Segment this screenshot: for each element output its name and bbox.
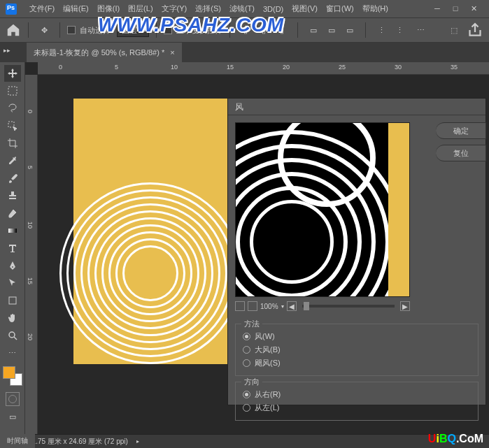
lasso-tool[interactable]: [4, 100, 21, 117]
menu-layer[interactable]: 图层(L): [124, 3, 157, 14]
eraser-tool[interactable]: [4, 205, 21, 222]
shape-tool[interactable]: [4, 292, 21, 309]
direction-group: 方向 从右(R) 从左(L): [235, 382, 479, 421]
stamp-tool[interactable]: [4, 187, 21, 204]
hand-tool[interactable]: [4, 310, 21, 326]
wind-filter-dialog: 风 确定 复位 100% ▾ ◀: [227, 98, 486, 405]
gradient-tool[interactable]: [4, 222, 21, 239]
quick-select-tool[interactable]: [4, 117, 21, 134]
uibq-watermark: UiBQ.CoM: [428, 433, 483, 445]
svg-rect-2: [8, 229, 17, 233]
method-stagger-radio[interactable]: 飓风(S): [243, 356, 471, 370]
menu-select[interactable]: 选择(S): [191, 3, 225, 14]
menu-filter[interactable]: 滤镜(T): [225, 3, 259, 14]
direction-legend: 方向: [241, 377, 262, 387]
align-bottom-icon[interactable]: ▭: [341, 22, 358, 38]
method-wind-radio[interactable]: 风(W): [243, 330, 471, 343]
type-tool[interactable]: [4, 240, 21, 256]
ok-button[interactable]: 确定: [436, 122, 486, 139]
distribute-h-icon[interactable]: ⋮: [373, 22, 390, 38]
move-tool[interactable]: [4, 65, 21, 82]
expand-panel-icon[interactable]: ▸▸: [1, 46, 13, 55]
artboard[interactable]: [73, 99, 241, 364]
menu-file[interactable]: 文件(F): [25, 3, 59, 14]
zoom-value: 100%: [260, 303, 278, 310]
home-icon[interactable]: [6, 22, 21, 38]
tools-panel: ⋯ ▭: [0, 62, 25, 434]
menu-help[interactable]: 帮助(H): [358, 3, 392, 14]
method-blast-radio[interactable]: 大风(B): [243, 343, 471, 356]
menu-type[interactable]: 文字(Y): [157, 3, 192, 14]
edit-toolbar-icon[interactable]: ⋯: [4, 345, 21, 361]
align-top-icon[interactable]: ▭: [305, 22, 322, 38]
reset-button[interactable]: 复位: [436, 145, 486, 161]
align-middle-icon[interactable]: ▭: [323, 22, 340, 38]
timeline-panel-tab[interactable]: 时间轴: [0, 434, 35, 448]
close-icon[interactable]: ✕: [469, 4, 478, 13]
document-info[interactable]: 31.75 厘米 x 24.69 厘米 (72 ppi): [28, 437, 128, 447]
dialog-title[interactable]: 风: [228, 99, 486, 115]
distribute-v-icon[interactable]: ⋮: [391, 22, 408, 38]
direction-left-radio[interactable]: 从左(L): [243, 401, 471, 414]
svg-rect-3: [9, 297, 16, 304]
minimize-icon[interactable]: ─: [433, 4, 441, 13]
zoom-out-minus-icon[interactable]: ◀: [287, 301, 297, 311]
tab-close-icon[interactable]: ×: [170, 48, 174, 57]
menu-window[interactable]: 窗口(W): [322, 3, 358, 14]
document-tab-bar: 未标题-1-恢复的 @ 50% (s, RGB/8#) * ×: [0, 43, 489, 62]
status-bar: 50% 31.75 厘米 x 24.69 厘米 (72 ppi) ▸: [0, 434, 489, 448]
svg-point-4: [9, 332, 15, 338]
menu-3d[interactable]: 3D(D): [259, 5, 288, 13]
path-select-tool[interactable]: [4, 275, 21, 291]
crop-tool[interactable]: [4, 135, 21, 152]
watermark-text: WWW.PSAHZ.COM: [98, 14, 284, 36]
filter-preview[interactable]: [235, 122, 410, 297]
document-tab-title: 未标题-1-恢复的 @ 50% (s, RGB/8#) *: [34, 48, 164, 58]
preview-zoom-controls: 100% ▾ ◀ ▶: [235, 301, 410, 311]
zoom-slider[interactable]: [302, 305, 395, 308]
menu-edit[interactable]: 编辑(E): [59, 3, 93, 14]
preview-fit-icon[interactable]: [235, 301, 245, 311]
foreground-color-swatch[interactable]: [3, 366, 15, 379]
window-controls: ─ □ ✕: [433, 4, 483, 13]
quick-mask-icon[interactable]: [6, 392, 20, 406]
screen-mode-icon[interactable]: ▭: [6, 410, 20, 424]
color-swatches[interactable]: [3, 366, 22, 386]
zoom-tool[interactable]: [4, 327, 21, 344]
more-options-icon[interactable]: ⋯: [412, 22, 429, 38]
menu-view[interactable]: 视图(V): [288, 3, 322, 14]
svg-rect-0: [8, 87, 17, 95]
method-legend: 方法: [241, 319, 262, 329]
maximize-icon[interactable]: □: [451, 4, 460, 13]
marquee-tool[interactable]: [4, 82, 21, 99]
pen-tool[interactable]: [4, 257, 21, 274]
direction-right-radio[interactable]: 从右(R): [243, 388, 471, 401]
menu-image[interactable]: 图像(I): [93, 3, 124, 14]
3d-mode-icon[interactable]: ⬚: [446, 22, 462, 38]
document-tab[interactable]: 未标题-1-恢复的 @ 50% (s, RGB/8#) * ×: [27, 43, 182, 62]
zoom-in-plus-icon[interactable]: ▶: [400, 301, 410, 311]
ruler-vertical[interactable]: 0 5 10 15 20: [25, 75, 38, 434]
move-tool-icon[interactable]: ✥: [36, 22, 52, 38]
eyedropper-tool[interactable]: [4, 152, 21, 169]
ruler-horizontal[interactable]: 0 5 10 15 20 25 30 35: [38, 62, 489, 75]
method-group: 方法 风(W) 大风(B) 飓风(S): [235, 324, 479, 376]
brush-tool[interactable]: [4, 170, 21, 187]
preview-actual-icon[interactable]: [248, 301, 257, 311]
auto-select-checkbox[interactable]: [67, 26, 76, 34]
app-logo-icon: [6, 3, 17, 15]
share-icon[interactable]: [467, 22, 483, 38]
